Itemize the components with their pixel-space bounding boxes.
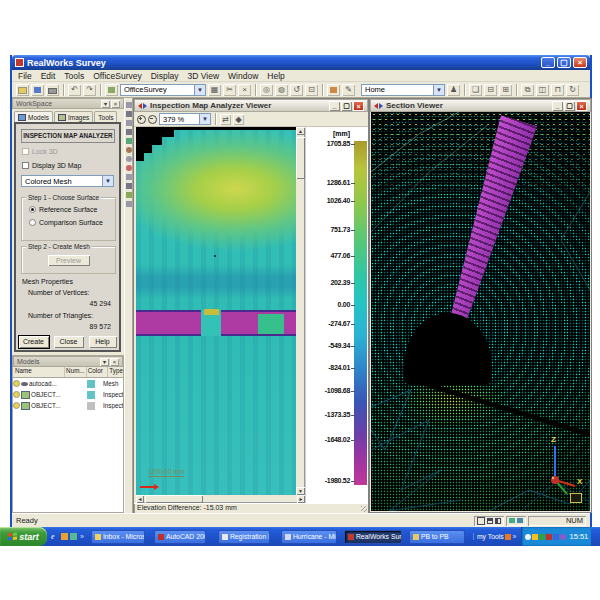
help-button[interactable]: Help — [89, 336, 117, 348]
save-icon[interactable] — [31, 84, 44, 96]
pin-icon[interactable]: ▾ — [100, 358, 109, 366]
tile-h-icon[interactable]: ⊟ — [484, 84, 497, 96]
display-3d-map-checkbox[interactable] — [22, 162, 29, 169]
target-icon[interactable] — [126, 156, 132, 162]
scroll-up-icon[interactable]: ▲ — [296, 127, 305, 135]
start-button[interactable]: start — [0, 527, 47, 546]
comparison-surface-radio[interactable] — [29, 219, 36, 226]
map-viewer-titlebar[interactable]: Inspection Map Analyzer Viewer _ ▢ × — [134, 99, 368, 112]
fit-icon[interactable]: ⊡ — [305, 84, 318, 96]
close-icon[interactable]: × — [111, 100, 120, 108]
fence-icon[interactable] — [126, 120, 132, 126]
maximize-button[interactable]: ▢ — [564, 101, 575, 111]
box-icon[interactable] — [126, 183, 132, 189]
cut-icon[interactable] — [126, 102, 132, 108]
cascade-icon[interactable] — [477, 517, 485, 525]
tile-vertical-icon[interactable] — [495, 518, 501, 524]
menu-window[interactable]: Window — [228, 71, 258, 81]
split-h-icon[interactable]: ◫ — [536, 84, 549, 96]
rotate-icon[interactable]: ↺ — [290, 84, 303, 96]
sync2-icon[interactable] — [517, 518, 523, 523]
measure-icon[interactable]: × — [238, 84, 251, 96]
menu-display[interactable]: Display — [151, 71, 179, 81]
map-hscrollbar[interactable]: ◄ ► — [136, 495, 305, 503]
delete-icon[interactable] — [126, 111, 132, 117]
section-viewer-titlebar[interactable]: Section Viewer _ ▢ × — [370, 99, 591, 112]
tunnel-pointcloud-view[interactable]: Z X Y — [371, 112, 590, 511]
table-row[interactable]: autocad... Mesh — [13, 378, 123, 389]
flag-icon[interactable] — [327, 84, 340, 96]
close-button-workspace[interactable]: Close — [54, 336, 84, 348]
tray-icon[interactable] — [532, 534, 538, 540]
bulb-icon[interactable] — [13, 402, 20, 409]
tray-icon[interactable] — [553, 534, 559, 540]
models-titlebar[interactable]: Models ▾ × — [13, 356, 123, 367]
tray-icon[interactable] — [525, 534, 531, 540]
app-titlebar[interactable]: RealWorks Survey _ ▢ × — [12, 55, 590, 70]
menu-tools[interactable]: Tools — [64, 71, 84, 81]
maximize-button[interactable]: ▢ — [557, 57, 571, 68]
taskbar-button-inbox[interactable]: Inbox - Microsof... — [91, 530, 145, 544]
close-icon[interactable]: × — [110, 358, 119, 366]
split-v-icon[interactable]: ⊓ — [551, 84, 564, 96]
module-combo[interactable]: OfficeSurvey▼ — [120, 84, 206, 96]
inspection-map[interactable]: 1200.00 mm — [136, 127, 296, 495]
close-button[interactable]: × — [353, 101, 364, 111]
chevron-icon[interactable]: » — [513, 533, 517, 540]
map-vscrollbar[interactable]: ▲ ▼ — [296, 127, 305, 495]
show-desktop-icon[interactable] — [70, 533, 77, 540]
segment-icon[interactable]: ▦ — [208, 84, 221, 96]
grid-icon[interactable] — [126, 201, 132, 207]
chevron-down-icon[interactable]: ▼ — [433, 85, 444, 95]
mail-icon[interactable] — [61, 533, 68, 540]
tab-tools[interactable]: Tools — [94, 111, 117, 122]
layers-icon[interactable] — [126, 192, 132, 198]
taskbar-button-registration[interactable]: Registration Rep... — [218, 530, 270, 544]
flower-icon[interactable] — [126, 147, 132, 153]
clock[interactable]: 15:51 — [570, 532, 589, 541]
view-combo[interactable]: Home▼ — [361, 84, 445, 96]
minimize-button[interactable]: _ — [541, 57, 555, 68]
pin-icon[interactable]: ▾ — [101, 100, 110, 108]
link-icon[interactable]: ✂ — [223, 84, 236, 96]
redo-icon[interactable]: ↷ — [83, 84, 96, 96]
col-num[interactable]: Num... — [65, 367, 87, 377]
workspace-titlebar[interactable]: WorkSpace ▾ × — [12, 98, 124, 109]
undo-icon[interactable]: ↶ — [68, 84, 81, 96]
zoom-level-combo[interactable]: 379 %▼ — [159, 113, 211, 125]
col-color[interactable]: Color — [87, 367, 109, 377]
taskbar-button-hurricane[interactable]: Hurricane - Micro... — [281, 530, 337, 544]
pan-icon[interactable]: ⇄ — [220, 114, 231, 125]
pen-icon[interactable]: ✎ — [342, 84, 355, 96]
tile-v-icon[interactable]: ⊞ — [499, 84, 512, 96]
scroll-right-icon[interactable]: ► — [297, 495, 305, 503]
marker-icon[interactable] — [126, 165, 132, 171]
bulb-icon[interactable] — [13, 380, 20, 387]
reference-surface-radio[interactable] — [29, 206, 36, 213]
ie-icon[interactable]: e — [51, 533, 59, 541]
my-tools-label[interactable]: my Tools — [477, 533, 504, 540]
menu-officesurvey[interactable]: OfficeSurvey — [93, 71, 142, 81]
module-icon[interactable] — [105, 84, 118, 96]
taskbar-button-autocad[interactable]: AutoCAD 2002 — [154, 530, 206, 544]
refresh-icon[interactable]: ↻ — [566, 84, 579, 96]
cascade-icon[interactable]: ❏ — [469, 84, 482, 96]
resize-grip[interactable] — [361, 506, 367, 512]
tray-icon[interactable] — [546, 534, 552, 540]
intersect-icon[interactable] — [126, 129, 132, 135]
close-button[interactable]: × — [576, 101, 587, 111]
vscroll-thumb[interactable] — [296, 137, 305, 179]
menu-3dview[interactable]: 3D View — [188, 71, 220, 81]
zoom-in-icon[interactable] — [137, 115, 146, 124]
minimize-button[interactable]: _ — [552, 101, 563, 111]
cone-icon[interactable] — [126, 174, 132, 180]
bulb-icon[interactable] — [13, 391, 20, 398]
scroll-down-icon[interactable]: ▼ — [296, 487, 305, 495]
tile-horizontal-icon[interactable] — [487, 518, 493, 524]
col-name[interactable]: Name — [13, 367, 65, 377]
scroll-left-icon[interactable]: ◄ — [136, 495, 144, 503]
hscroll-thumb[interactable] — [145, 495, 203, 503]
table-row[interactable]: OBJECT... Inspectio — [13, 389, 123, 400]
zoom-out-icon[interactable] — [148, 115, 157, 124]
mesh-type-combo[interactable]: Colored Mesh▼ — [21, 175, 114, 187]
